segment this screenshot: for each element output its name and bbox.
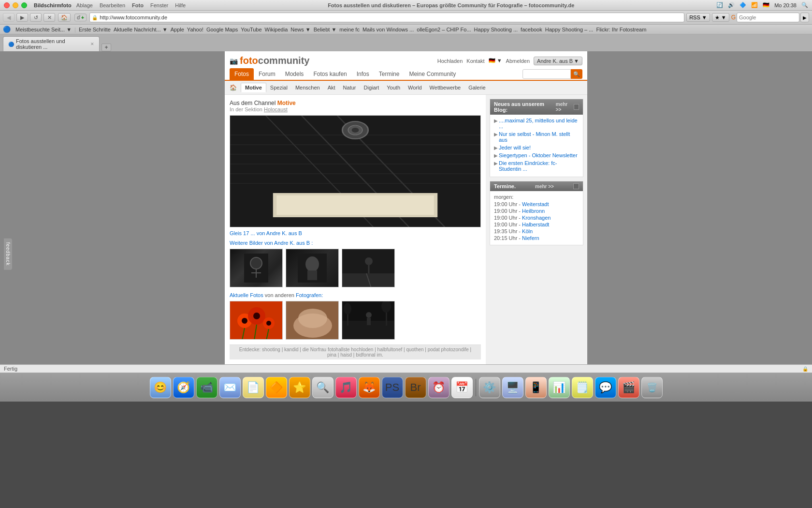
channel-name-link[interactable]: Motive [277,100,296,106]
dock-ical[interactable]: 📅 [451,377,473,398]
nav-termine[interactable]: Termine [374,68,405,80]
feedback-tab[interactable]: feedback [4,239,12,270]
thumb-1[interactable] [230,249,283,287]
subnav-akt[interactable]: Akt [324,83,339,92]
termine-loc-2[interactable]: Heilbronn [522,208,545,214]
star-button[interactable]: ★ ▼ [712,13,729,22]
tab-close-button[interactable]: ✕ [90,42,94,46]
channel-subtitle-link[interactable]: Holocaust [264,106,288,112]
main-photo-container[interactable]: GLEIS 17 [230,115,481,227]
subnav-natur[interactable]: Natur [339,83,360,92]
subnav-galerie[interactable]: Galerie [464,83,489,92]
reload-button[interactable]: ↺ [30,13,42,22]
subnav-wettbewerbe[interactable]: Wettbewerbe [426,83,465,92]
dock-firefox[interactable]: 🦊 [359,377,380,398]
menu-bearbeiten[interactable]: Bearbeiten [100,2,125,8]
dock-timemachine[interactable]: ⏰ [428,377,450,398]
nav-infos[interactable]: Infos [352,68,374,80]
thumb-2[interactable] [286,249,339,287]
forward-button[interactable]: ▶ [16,13,28,22]
blog-link-3[interactable]: Jeder will sie! [499,145,531,150]
abmelden-link[interactable]: Abmelden [506,58,530,64]
url-text[interactable]: http://www.fotocommunity.de [100,15,167,20]
bookmark-facebook[interactable]: facebook [521,27,542,32]
bookmark-happy-shooting2[interactable]: Happy Shooting – ... [545,27,594,32]
user-dropdown[interactable]: Andre K. aus B ▼ [534,57,582,65]
dock-app4[interactable]: 📊 [549,377,570,398]
termine-loc-5[interactable]: Köln [522,228,533,234]
hochladen-link[interactable]: Hochladen [437,58,463,64]
other-thumb-3[interactable] [342,301,395,340]
thumb-3[interactable] [342,249,395,287]
dock-skype[interactable]: 💬 [595,377,616,398]
blog-link-5[interactable]: Die ersten Eindrücke: fc-Studentin ... [499,160,579,172]
active-tab[interactable]: 🔵 Fotos ausstellen und diskutieren ... ✕ [3,36,100,51]
bookmark-happy-shooting[interactable]: Happy Shooting ... [474,27,518,32]
dock-app1[interactable]: ⭐ [289,377,310,398]
photo-image[interactable]: GLEIS 17 [230,116,480,227]
bookmark-aktuelle[interactable]: Aktuelle Nachricht... ▼ [114,27,168,32]
subnav-digiart[interactable]: Digiart [360,83,383,92]
nav-models[interactable]: Models [280,68,309,80]
minimize-button[interactable] [13,2,18,8]
sub-nav-home-icon[interactable]: 🏠 [230,84,237,91]
more-photos-link[interactable]: Weitere Bilder von Andre K. aus B : [230,240,313,246]
bookmark-mails[interactable]: Mails von Windows ... [362,27,414,32]
dock-app6[interactable]: 🎬 [618,377,639,398]
dock-app5[interactable]: 🗒️ [572,377,593,398]
dock-vlc[interactable]: 🔶 [266,377,287,398]
nav-search-input[interactable] [522,69,571,79]
photo-title-link[interactable]: Gleis 17 ... von Andre K. aus B [230,230,302,236]
bookmark-apple[interactable]: Apple [171,27,184,32]
kontakt-link[interactable]: Kontakt [466,58,484,64]
blog-mehr-link[interactable]: mehr >> [556,102,574,112]
search-menu-icon[interactable]: 🔍 [801,2,808,8]
dock-itunes[interactable]: 🎵 [335,377,357,398]
subnav-spezial[interactable]: Spezial [266,83,291,92]
rss-button[interactable]: RSS ▼ [686,13,710,22]
bookmark-meinefc[interactable]: meine fc [339,27,360,32]
dock-preview[interactable]: 📄 [243,377,264,398]
blog-link-1[interactable]: ....maximal 25, mittellos und leide ... [499,118,579,129]
termine-loc-3[interactable]: Kronshagen [522,215,551,221]
other-thumb-2[interactable] [286,301,339,340]
other-thumb-1[interactable] [230,301,283,340]
menu-fenster[interactable]: Fenster [150,2,168,8]
termine-loc-6[interactable]: Niefern [522,235,539,241]
subnav-world[interactable]: World [404,83,426,92]
blog-link-2[interactable]: Nur sie selbst - Minon M. stellt aus [499,131,579,143]
dock-app3[interactable]: 📱 [525,377,547,398]
nav-fotos-kaufen[interactable]: Fotos kaufen [308,68,351,80]
nav-fotos[interactable]: Fotos [230,68,254,80]
back-button[interactable]: ◀ [3,13,14,22]
bookmark-googlemaps[interactable]: Google Maps [206,27,238,32]
subnav-menschen[interactable]: Menschen [291,83,324,92]
blog-link-4[interactable]: Siegertypen - Oktober Newsletter [499,152,578,158]
bookmark-news[interactable]: News ▼ [290,27,310,32]
subnav-motive[interactable]: Motive [241,83,266,92]
nav-meine-community[interactable]: Meine Community [404,68,461,80]
dock-finder[interactable]: 😊 [150,377,171,398]
dock-app2[interactable]: 🖥️ [502,377,523,398]
dock-bridge[interactable]: Br [405,377,426,398]
dock-mail[interactable]: ✉️ [219,377,241,398]
maximize-button[interactable] [21,2,27,8]
dock-settings[interactable]: ⚙️ [479,377,500,398]
menu-foto[interactable]: Foto [132,2,144,8]
aktuelle-link[interactable]: Aktuelle Fotos [230,292,263,298]
dock-trash[interactable]: 🗑️ [641,377,663,398]
new-tab-button[interactable]: + [102,44,111,51]
menu-hilfe[interactable]: Hilfe [175,2,186,8]
subnav-youth[interactable]: Youth [383,83,404,92]
bookmark-olleegon[interactable]: olleEgon2 – CHIP Fo... [417,27,471,32]
bookmark-youtube[interactable]: YouTube [241,27,261,32]
bookmark-wikipedia[interactable]: Wikipedia [265,27,288,32]
menu-ablage[interactable]: Ablage [76,2,93,8]
nav-forum[interactable]: Forum [254,68,280,80]
bookmark-meistbesuchte[interactable]: Meistbesuchte Seit... ▼ [15,27,72,32]
dock-facetime[interactable]: 📹 [196,377,218,398]
bookmark-erste-schritte[interactable]: Erste Schritte [79,27,111,32]
stop-button[interactable]: ✕ [44,13,55,22]
dock-safari[interactable]: 🧭 [173,377,194,398]
home-button[interactable]: 🏠 [58,13,71,22]
